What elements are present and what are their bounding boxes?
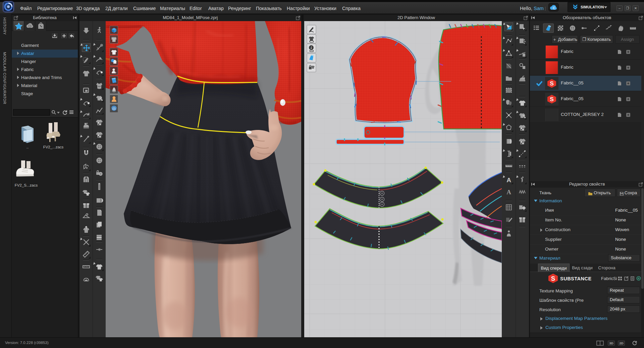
svg-text:A: A bbox=[506, 177, 511, 184]
svg-text:SIMULATION: SIMULATION bbox=[581, 5, 604, 9]
svg-text:S: S bbox=[550, 80, 554, 87]
svg-text:C: C bbox=[553, 6, 555, 10]
svg-text:A: A bbox=[506, 189, 511, 196]
svg-text:S: S bbox=[550, 96, 554, 102]
svg-text:S: S bbox=[551, 275, 555, 282]
